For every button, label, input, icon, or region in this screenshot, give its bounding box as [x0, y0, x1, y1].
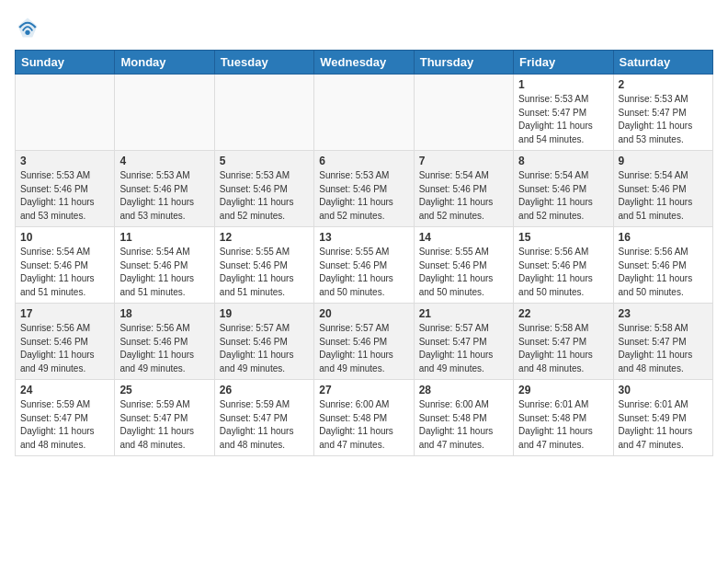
calendar-cell: 6Sunrise: 5:53 AM Sunset: 5:46 PM Daylig…	[314, 151, 414, 227]
calendar-cell: 25Sunrise: 5:59 AM Sunset: 5:47 PM Dayli…	[115, 380, 214, 456]
day-number: 25	[119, 384, 209, 396]
day-number: 27	[319, 384, 408, 396]
calendar: SundayMondayTuesdayWednesdayThursdayFrid…	[15, 50, 713, 456]
day-number: 2	[619, 78, 708, 91]
day-info: Sunrise: 5:57 AM Sunset: 5:46 PM Dayligh…	[220, 322, 309, 375]
calendar-cell: 23Sunrise: 5:58 AM Sunset: 5:47 PM Dayli…	[613, 304, 712, 380]
day-info: Sunrise: 5:57 AM Sunset: 5:47 PM Dayligh…	[419, 322, 508, 375]
calendar-cell: 7Sunrise: 5:54 AM Sunset: 5:46 PM Daylig…	[414, 151, 513, 227]
calendar-cell: 26Sunrise: 5:59 AM Sunset: 5:47 PM Dayli…	[214, 380, 313, 456]
calendar-cell: 24Sunrise: 5:59 AM Sunset: 5:47 PM Dayli…	[16, 380, 115, 456]
day-info: Sunrise: 5:53 AM Sunset: 5:46 PM Dayligh…	[20, 169, 109, 223]
calendar-cell: 19Sunrise: 5:57 AM Sunset: 5:46 PM Dayli…	[214, 304, 313, 380]
calendar-cell	[115, 75, 214, 151]
weekday-header-monday: Monday	[115, 51, 214, 75]
calendar-cell: 11Sunrise: 5:54 AM Sunset: 5:46 PM Dayli…	[115, 227, 214, 304]
calendar-cell: 21Sunrise: 5:57 AM Sunset: 5:47 PM Dayli…	[414, 304, 513, 380]
day-number: 28	[419, 384, 508, 396]
calendar-cell: 10Sunrise: 5:54 AM Sunset: 5:46 PM Dayli…	[16, 227, 115, 304]
calendar-cell: 15Sunrise: 5:56 AM Sunset: 5:46 PM Dayli…	[514, 227, 613, 304]
day-info: Sunrise: 6:01 AM Sunset: 5:49 PM Dayligh…	[619, 398, 708, 452]
day-info: Sunrise: 5:59 AM Sunset: 5:47 PM Dayligh…	[119, 398, 209, 452]
day-info: Sunrise: 5:59 AM Sunset: 5:47 PM Dayligh…	[20, 398, 109, 452]
weekday-header-saturday: Saturday	[613, 51, 712, 75]
calendar-cell: 13Sunrise: 5:55 AM Sunset: 5:46 PM Dayli…	[314, 227, 414, 304]
day-info: Sunrise: 5:56 AM Sunset: 5:46 PM Dayligh…	[518, 246, 608, 299]
day-number: 10	[20, 231, 109, 244]
day-number: 23	[619, 307, 708, 320]
day-number: 5	[220, 155, 309, 167]
day-info: Sunrise: 6:01 AM Sunset: 5:48 PM Dayligh…	[518, 398, 608, 452]
day-info: Sunrise: 5:53 AM Sunset: 5:46 PM Dayligh…	[220, 169, 309, 223]
day-number: 11	[119, 231, 209, 244]
day-number: 30	[619, 384, 708, 396]
day-info: Sunrise: 5:59 AM Sunset: 5:47 PM Dayligh…	[220, 398, 309, 452]
weekday-header-friday: Friday	[514, 51, 613, 75]
day-number: 1	[518, 78, 608, 91]
day-info: Sunrise: 5:53 AM Sunset: 5:46 PM Dayligh…	[119, 169, 209, 223]
weekday-header-sunday: Sunday	[16, 51, 115, 75]
day-number: 14	[419, 231, 508, 244]
calendar-cell	[214, 75, 313, 151]
calendar-cell	[16, 75, 115, 151]
page: SundayMondayTuesdayWednesdayThursdayFrid…	[0, 0, 728, 465]
day-number: 17	[20, 307, 109, 320]
day-number: 6	[319, 155, 408, 167]
day-info: Sunrise: 5:53 AM Sunset: 5:46 PM Dayligh…	[319, 169, 408, 223]
week-row-4: 17Sunrise: 5:56 AM Sunset: 5:46 PM Dayli…	[16, 304, 713, 380]
calendar-cell	[314, 75, 414, 151]
calendar-cell: 28Sunrise: 6:00 AM Sunset: 5:48 PM Dayli…	[414, 380, 513, 456]
day-info: Sunrise: 5:56 AM Sunset: 5:46 PM Dayligh…	[119, 322, 209, 375]
day-info: Sunrise: 5:54 AM Sunset: 5:46 PM Dayligh…	[20, 246, 109, 299]
day-info: Sunrise: 5:56 AM Sunset: 5:46 PM Dayligh…	[20, 322, 109, 375]
day-number: 24	[20, 384, 109, 396]
day-info: Sunrise: 6:00 AM Sunset: 5:48 PM Dayligh…	[419, 398, 508, 452]
day-number: 26	[220, 384, 309, 396]
calendar-cell: 12Sunrise: 5:55 AM Sunset: 5:46 PM Dayli…	[214, 227, 313, 304]
calendar-cell: 18Sunrise: 5:56 AM Sunset: 5:46 PM Dayli…	[115, 304, 214, 380]
day-number: 8	[518, 155, 608, 167]
week-row-1: 1Sunrise: 5:53 AM Sunset: 5:47 PM Daylig…	[16, 75, 713, 151]
weekday-header-wednesday: Wednesday	[314, 51, 414, 75]
day-number: 19	[220, 307, 309, 320]
day-info: Sunrise: 5:54 AM Sunset: 5:46 PM Dayligh…	[518, 169, 608, 223]
weekday-header-tuesday: Tuesday	[214, 51, 313, 75]
day-info: Sunrise: 5:57 AM Sunset: 5:46 PM Dayligh…	[319, 322, 408, 375]
day-number: 7	[419, 155, 508, 167]
calendar-cell: 5Sunrise: 5:53 AM Sunset: 5:46 PM Daylig…	[214, 151, 313, 227]
calendar-cell: 29Sunrise: 6:01 AM Sunset: 5:48 PM Dayli…	[514, 380, 613, 456]
calendar-cell: 22Sunrise: 5:58 AM Sunset: 5:47 PM Dayli…	[514, 304, 613, 380]
calendar-cell: 2Sunrise: 5:53 AM Sunset: 5:47 PM Daylig…	[613, 75, 712, 151]
weekday-header-thursday: Thursday	[414, 51, 513, 75]
day-number: 16	[619, 231, 708, 244]
day-info: Sunrise: 5:58 AM Sunset: 5:47 PM Dayligh…	[518, 322, 608, 375]
day-info: Sunrise: 6:00 AM Sunset: 5:48 PM Dayligh…	[319, 398, 408, 452]
calendar-cell: 3Sunrise: 5:53 AM Sunset: 5:46 PM Daylig…	[16, 151, 115, 227]
calendar-cell: 17Sunrise: 5:56 AM Sunset: 5:46 PM Dayli…	[16, 304, 115, 380]
day-info: Sunrise: 5:58 AM Sunset: 5:47 PM Dayligh…	[619, 322, 708, 375]
calendar-cell: 30Sunrise: 6:01 AM Sunset: 5:49 PM Dayli…	[613, 380, 712, 456]
header	[15, 15, 713, 40]
day-number: 18	[119, 307, 209, 320]
day-info: Sunrise: 5:54 AM Sunset: 5:46 PM Dayligh…	[619, 169, 708, 223]
calendar-cell: 1Sunrise: 5:53 AM Sunset: 5:47 PM Daylig…	[514, 75, 613, 151]
week-row-3: 10Sunrise: 5:54 AM Sunset: 5:46 PM Dayli…	[16, 227, 713, 304]
calendar-cell: 16Sunrise: 5:56 AM Sunset: 5:46 PM Dayli…	[613, 227, 712, 304]
day-number: 22	[518, 307, 608, 320]
day-number: 12	[220, 231, 309, 244]
calendar-cell: 9Sunrise: 5:54 AM Sunset: 5:46 PM Daylig…	[613, 151, 712, 227]
day-number: 15	[518, 231, 608, 244]
day-info: Sunrise: 5:55 AM Sunset: 5:46 PM Dayligh…	[419, 246, 508, 299]
calendar-cell: 20Sunrise: 5:57 AM Sunset: 5:46 PM Dayli…	[314, 304, 414, 380]
day-info: Sunrise: 5:54 AM Sunset: 5:46 PM Dayligh…	[119, 246, 209, 299]
calendar-cell: 4Sunrise: 5:53 AM Sunset: 5:46 PM Daylig…	[115, 151, 214, 227]
calendar-cell: 14Sunrise: 5:55 AM Sunset: 5:46 PM Dayli…	[414, 227, 513, 304]
day-number: 29	[518, 384, 608, 396]
day-number: 20	[319, 307, 408, 320]
day-number: 21	[419, 307, 508, 320]
day-info: Sunrise: 5:54 AM Sunset: 5:46 PM Dayligh…	[419, 169, 508, 223]
day-number: 9	[619, 155, 708, 167]
day-info: Sunrise: 5:53 AM Sunset: 5:47 PM Dayligh…	[518, 93, 608, 146]
calendar-cell: 8Sunrise: 5:54 AM Sunset: 5:46 PM Daylig…	[514, 151, 613, 227]
day-info: Sunrise: 5:56 AM Sunset: 5:46 PM Dayligh…	[619, 246, 708, 299]
